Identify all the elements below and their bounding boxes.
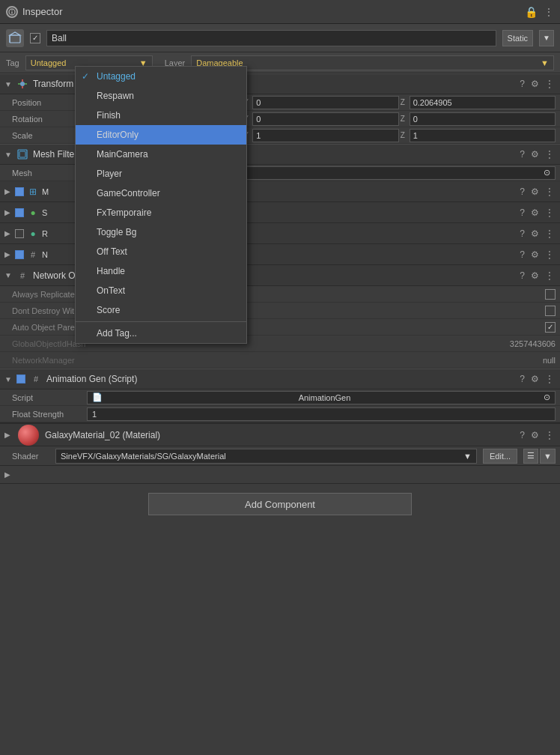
comp-net-arrow[interactable]: ▶ bbox=[4, 250, 12, 258]
comp-mesh-checkbox[interactable] bbox=[15, 187, 24, 196]
tag-item-gamecontroller-label: GameController bbox=[97, 188, 160, 198]
auto-sync-checkbox[interactable] bbox=[545, 322, 556, 333]
comp-rb-menu-icon[interactable]: ⋮ bbox=[544, 228, 556, 239]
transform-settings-icon[interactable]: ⚙ bbox=[529, 79, 541, 89]
transform-help-icon[interactable]: ? bbox=[518, 79, 526, 89]
material-menu-icon[interactable]: ⋮ bbox=[544, 430, 556, 440]
anim-menu-icon[interactable]: ⋮ bbox=[544, 374, 556, 384]
tag-item-player[interactable]: Player bbox=[76, 164, 246, 184]
svg-marker-4 bbox=[10, 32, 20, 35]
float-strength-field[interactable]: 1 bbox=[87, 407, 556, 421]
tag-item-ontext[interactable]: OnText bbox=[76, 281, 246, 300]
position-y-input[interactable] bbox=[252, 96, 398, 109]
comp-net-icon: # bbox=[27, 249, 39, 261]
comp-mesh-settings-icon[interactable]: ⚙ bbox=[529, 187, 541, 197]
material-settings-icon[interactable]: ⚙ bbox=[529, 430, 541, 440]
comp-sphere-arrow[interactable]: ▶ bbox=[4, 208, 12, 216]
dont-destroy-checkbox[interactable] bbox=[545, 306, 556, 316]
tag-dropdown-divider bbox=[76, 321, 246, 322]
comp-net-checkbox[interactable] bbox=[15, 250, 24, 259]
tag-item-editoronly-label: EditorOnly bbox=[97, 130, 139, 140]
comp-sphere-icon: ● bbox=[27, 207, 39, 219]
transform-menu-icon[interactable]: ⋮ bbox=[544, 79, 556, 89]
transform-collapse-arrow[interactable]: ▼ bbox=[4, 80, 12, 88]
tag-item-respawn-label: Respawn bbox=[97, 91, 134, 101]
tag-item-finish-label: Finish bbox=[97, 110, 121, 121]
tag-item-respawn[interactable]: Respawn bbox=[76, 86, 246, 106]
tag-dropdown-overlay: Untagged Respawn Finish EditorOnly MainC… bbox=[75, 66, 247, 344]
comp-rb-arrow[interactable]: ▶ bbox=[4, 229, 12, 237]
network-settings-icon[interactable]: ⚙ bbox=[529, 270, 541, 281]
comp-rb-help-icon[interactable]: ? bbox=[518, 228, 526, 239]
tag-item-togglebg[interactable]: Toggle Bg bbox=[76, 222, 246, 242]
rotation-z-input[interactable] bbox=[410, 112, 556, 126]
comp-net-menu-icon[interactable]: ⋮ bbox=[544, 249, 556, 260]
comp-mesh-menu-icon[interactable]: ⋮ bbox=[544, 187, 556, 197]
mesh-filter-collapse-arrow[interactable]: ▼ bbox=[4, 151, 12, 159]
comp-rb-settings-icon[interactable]: ⚙ bbox=[529, 228, 541, 239]
tag-item-score[interactable]: Score bbox=[76, 300, 246, 320]
material-expand-arrow[interactable]: ▶ bbox=[4, 470, 10, 479]
network-help-icon[interactable]: ? bbox=[518, 270, 526, 281]
tag-item-handle-label: Handle bbox=[97, 266, 125, 276]
tag-item-maincamera[interactable]: MainCamera bbox=[76, 145, 246, 164]
scale-z-field: Z bbox=[401, 129, 556, 142]
object-active-checkbox[interactable] bbox=[30, 33, 40, 43]
shader-extra-dropdown[interactable]: ▼ bbox=[540, 449, 556, 464]
mesh-filter-help-icon[interactable]: ? bbox=[518, 149, 526, 160]
material-collapse-arrow[interactable]: ▶ bbox=[4, 431, 12, 439]
tag-item-untagged[interactable]: Untagged bbox=[76, 67, 246, 86]
tag-label: Tag bbox=[6, 58, 19, 67]
lock-icon[interactable]: 🔒 bbox=[525, 6, 538, 18]
comp-net-settings-icon[interactable]: ⚙ bbox=[529, 249, 541, 260]
anim-collapse-arrow[interactable]: ▼ bbox=[4, 375, 12, 383]
anim-help-icon[interactable]: ? bbox=[518, 374, 526, 384]
position-z-input[interactable] bbox=[410, 96, 556, 109]
tag-item-togglebg-label: Toggle Bg bbox=[97, 227, 136, 237]
layer-arrow-icon: ▼ bbox=[541, 58, 549, 67]
tag-item-handle[interactable]: Handle bbox=[76, 261, 246, 281]
comp-rb-checkbox[interactable] bbox=[15, 229, 24, 238]
comp-mesh-help-icon[interactable]: ? bbox=[518, 187, 526, 197]
anim-settings-icon[interactable]: ⚙ bbox=[529, 374, 541, 384]
anim-section-controls: ? ⚙ ⋮ bbox=[518, 374, 556, 384]
global-id-value: 3257443606 bbox=[510, 339, 556, 348]
tag-item-finish[interactable]: Finish bbox=[76, 106, 246, 125]
add-component-button[interactable]: Add Component bbox=[148, 493, 412, 515]
rotation-y-input[interactable] bbox=[252, 112, 398, 126]
static-dropdown-arrow[interactable]: ▼ bbox=[539, 30, 554, 46]
inspector-header: Inspector 🔒 ⋮ bbox=[0, 0, 560, 24]
transform-icon bbox=[16, 78, 28, 90]
script-target-icon: ⊙ bbox=[544, 392, 550, 402]
comp-sphere-settings-icon[interactable]: ⚙ bbox=[529, 207, 541, 218]
comp-sphere-menu-icon[interactable]: ⋮ bbox=[544, 207, 556, 218]
comp-net-help-icon[interactable]: ? bbox=[518, 249, 526, 260]
network-collapse-arrow[interactable]: ▼ bbox=[4, 271, 12, 279]
tag-item-fxtemporaire[interactable]: FxTemporaire bbox=[76, 203, 246, 222]
menu-icon[interactable]: ⋮ bbox=[544, 6, 554, 18]
comp-mesh-arrow[interactable]: ▶ bbox=[4, 187, 12, 195]
svg-point-6 bbox=[20, 82, 25, 86]
scale-y-input[interactable] bbox=[252, 129, 398, 142]
comp-sphere-checkbox[interactable] bbox=[15, 208, 24, 217]
network-manager-row: NetworkManager null bbox=[0, 352, 560, 369]
anim-active-checkbox[interactable] bbox=[16, 375, 25, 383]
shader-dropdown[interactable]: SineVFX/GalaxyMaterials/SG/GalaxyMateria… bbox=[55, 449, 477, 464]
mesh-filter-settings-icon[interactable]: ⚙ bbox=[529, 149, 541, 160]
object-name-input[interactable] bbox=[46, 30, 496, 46]
comp-sphere-help-icon[interactable]: ? bbox=[518, 207, 526, 218]
mesh-filter-menu-icon[interactable]: ⋮ bbox=[544, 149, 556, 160]
shader-edit-button[interactable]: Edit... bbox=[483, 449, 517, 464]
script-value-field[interactable]: 📄 AnimationGen ⊙ bbox=[87, 391, 556, 404]
tag-item-gamecontroller[interactable]: GameController bbox=[76, 184, 246, 203]
static-button[interactable]: Static bbox=[502, 30, 534, 46]
shader-list-button[interactable]: ☰ bbox=[523, 449, 538, 464]
tag-item-ontext-label: OnText bbox=[97, 285, 125, 296]
always-replicate-checkbox[interactable] bbox=[545, 289, 556, 300]
tag-item-addtag[interactable]: Add Tag... bbox=[76, 324, 246, 343]
tag-item-offtext[interactable]: Off Text bbox=[76, 242, 246, 261]
tag-item-editoronly[interactable]: EditorOnly bbox=[76, 125, 246, 145]
network-menu-icon[interactable]: ⋮ bbox=[544, 270, 556, 281]
scale-z-input[interactable] bbox=[410, 129, 556, 142]
material-help-icon[interactable]: ? bbox=[518, 430, 526, 440]
